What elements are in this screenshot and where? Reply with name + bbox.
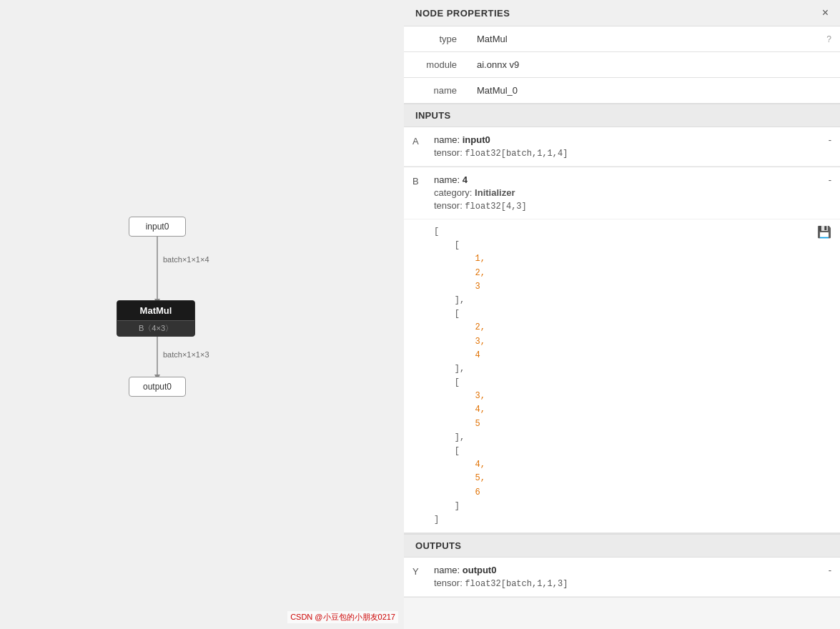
type-value-text: MatMul (477, 34, 508, 44)
output-y-dash: - (829, 565, 831, 575)
input-b-id: B (412, 174, 434, 187)
save-icon[interactable]: 💾 (817, 225, 831, 239)
input-a-tensor: tensor: float32[batch,1,1,4] (434, 147, 831, 159)
module-label: module (404, 52, 468, 77)
outputs-section-header: OUTPUTS (404, 534, 840, 558)
properties-header: NODE PROPERTIES × (404, 0, 840, 26)
input-b-name: name: 4 (434, 174, 468, 185)
input-b-content: name: 4 - category: Initializer tensor: … (434, 174, 831, 212)
watermark: CSDN @小豆包的小朋友0217 (287, 611, 398, 623)
close-button[interactable]: × (822, 7, 829, 19)
input-a-name-value: input0 (463, 134, 490, 145)
type-label: type (404, 26, 468, 51)
properties-body: type MatMul ? module ai.onnx v9 name Mat… (404, 26, 840, 629)
input-a-dash: - (829, 134, 831, 145)
input-a-content: name: input0 - tensor: float32[batch,1,1… (434, 134, 831, 159)
output-y-id: Y (412, 565, 434, 577)
output-y-name-row: name: output0 - (434, 565, 831, 575)
matmul-title: MatMul (117, 301, 194, 320)
edge1-label: batch×1×1×4 (163, 255, 209, 264)
module-value: ai.onnx v9 (468, 52, 840, 77)
properties-panel: NODE PROPERTIES × type MatMul ? module a… (404, 0, 840, 629)
output-y-block: Y name: output0 - tensor: float32[batch,… (404, 558, 840, 598)
output-node-label: output0 (143, 382, 172, 392)
inputs-section-header: INPUTS (404, 104, 840, 127)
tensor-data-block: 💾 [ [ 1, 2, 3 ], [ 2, 3, 4 (404, 219, 840, 533)
input-b-name-value: 4 (463, 174, 468, 185)
module-row: module ai.onnx v9 (404, 52, 840, 78)
graph-panel: input0 batch×1×1×4 MatMul B〈4×3〉 batch×1… (0, 0, 404, 629)
input-a-block: A name: input0 - tensor: float32[batch,1… (404, 127, 840, 167)
output-node[interactable]: output0 (129, 377, 186, 397)
output-y-tensor: tensor: float32[batch,1,1,3] (434, 578, 831, 589)
input-b-tensor-value: float32[4,3] (465, 202, 526, 212)
name-value-text: MatMul_0 (477, 85, 518, 96)
input-a-name-row: name: input0 - (434, 134, 831, 145)
name-label: name (404, 78, 468, 103)
type-value: MatMul ? (468, 26, 840, 51)
input-b-header: B name: 4 - category: Initializer tensor… (404, 167, 840, 219)
input-b-name-row: name: 4 - (434, 174, 831, 185)
output-y-name: name: output0 (434, 565, 496, 575)
output-y-header: Y name: output0 - tensor: float32[batch,… (404, 558, 840, 597)
module-value-text: ai.onnx v9 (477, 59, 519, 70)
input-a-tensor-value: float32[batch,1,1,4] (465, 149, 568, 159)
name-value: MatMul_0 (468, 78, 840, 103)
input-node-label: input0 (146, 222, 169, 232)
edge2-label: batch×1×1×3 (163, 350, 209, 359)
input-a-name: name: input0 (434, 134, 490, 145)
input-b-dash: - (829, 174, 831, 185)
graph-svg (0, 0, 404, 629)
tensor-data-inner: [ [ 1, 2, 3 ], [ 2, 3, 4 ], (434, 225, 831, 527)
output-y-name-value: output0 (463, 565, 497, 575)
output-y-tensor-value: float32[batch,1,1,3] (465, 579, 568, 589)
name-row: name MatMul_0 (404, 78, 840, 104)
input-node[interactable]: input0 (129, 217, 186, 237)
input-a-header: A name: input0 - tensor: float32[batch,1… (404, 127, 840, 167)
input-a-id: A (412, 134, 434, 147)
input-b-category: category: Initializer (434, 187, 831, 198)
properties-title: NODE PROPERTIES (415, 8, 510, 19)
output-y-content: name: output0 - tensor: float32[batch,1,… (434, 565, 831, 589)
type-row: type MatMul ? (404, 26, 840, 52)
input-b-block: B name: 4 - category: Initializer tensor… (404, 167, 840, 534)
matmul-node[interactable]: MatMul B〈4×3〉 (117, 300, 195, 337)
type-help[interactable]: ? (826, 34, 831, 44)
input-b-tensor: tensor: float32[4,3] (434, 200, 831, 212)
input-b-category-value: Initializer (475, 187, 515, 198)
matmul-subtitle: B〈4×3〉 (117, 320, 194, 336)
